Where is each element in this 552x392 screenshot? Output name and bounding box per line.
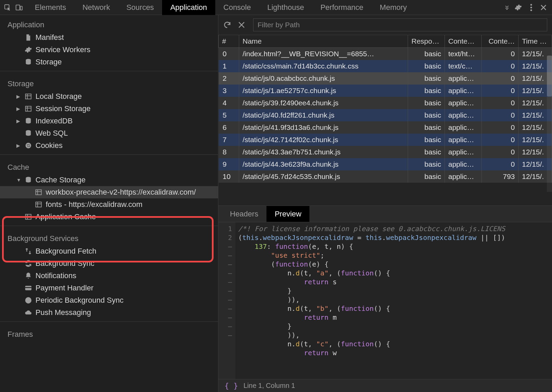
cell-resp: basic bbox=[408, 134, 445, 146]
cell-idx: 5 bbox=[219, 109, 239, 121]
devtools-tabstrip: ElementsNetworkSourcesApplicationConsole… bbox=[0, 0, 552, 15]
sidebar-item-periodic-background-sync[interactable]: Periodic Background Sync bbox=[0, 294, 218, 306]
sidebar-item-label: Manifest bbox=[35, 33, 64, 42]
table-row[interactable]: 9/static/js/44.3e623f9a.chunk.jsbasicapp… bbox=[219, 158, 552, 170]
sidebar-item-label: Background Fetch bbox=[35, 247, 97, 256]
code-body[interactable]: /*! For license information please see 0… bbox=[235, 222, 552, 379]
clear-icon[interactable] bbox=[238, 21, 247, 28]
table-row[interactable]: 0/index.html?__WB_REVISION__=6855…basict… bbox=[219, 48, 552, 60]
db-icon bbox=[25, 130, 32, 137]
sidebar-item-payment-handler[interactable]: Payment Handler bbox=[0, 282, 218, 294]
code-preview: 12––––––––––– /*! For license informatio… bbox=[218, 222, 552, 379]
cell-resp: basic bbox=[408, 146, 445, 158]
svg-rect-21 bbox=[36, 190, 42, 195]
cell-clen: 0 bbox=[482, 121, 519, 134]
table-row[interactable]: 6/static/js/41.9f3d13a6.chunk.jsbasicapp… bbox=[219, 121, 552, 134]
sidebar-item-label: Push Messaging bbox=[35, 308, 91, 317]
devtools-tab-sources[interactable]: Sources bbox=[118, 0, 162, 15]
cell-clen: 0 bbox=[482, 97, 519, 109]
device-toggle-icon[interactable] bbox=[15, 3, 23, 12]
svg-point-5 bbox=[531, 9, 532, 11]
devtools-tab-network[interactable]: Network bbox=[74, 0, 118, 15]
db-icon bbox=[25, 176, 32, 184]
cell-name: /static/js/43.3ae7b751.chunk.js bbox=[239, 146, 408, 158]
cell-clen: 0 bbox=[482, 109, 519, 121]
sidebar-item-label: Payment Handler bbox=[35, 284, 93, 292]
svg-point-4 bbox=[531, 6, 532, 8]
close-devtools-icon[interactable] bbox=[540, 4, 547, 11]
cell-idx: 3 bbox=[219, 85, 239, 97]
column-header[interactable]: # bbox=[219, 35, 239, 48]
svg-rect-24 bbox=[36, 202, 42, 207]
cell-name: /static/js/40.fd2ff261.chunk.js bbox=[239, 109, 408, 121]
svg-point-19 bbox=[29, 146, 30, 147]
sidebar-item-workbox-precache-v2-https-excalidraw-com[interactable]: workbox-precache-v2-https://excalidraw.c… bbox=[0, 186, 218, 198]
cell-ctype: applic… bbox=[445, 85, 482, 97]
table-row[interactable]: 5/static/js/40.fd2ff261.chunk.jsbasicapp… bbox=[219, 109, 552, 121]
cell-idx: 0 bbox=[219, 48, 239, 60]
sidebar-item-background-fetch[interactable]: Background Fetch bbox=[0, 245, 218, 257]
cell-ctype: applic… bbox=[445, 121, 482, 134]
devtools-tab-lighthouse[interactable]: Lighthouse bbox=[259, 0, 312, 15]
cloud-icon bbox=[25, 309, 32, 316]
table-row[interactable]: 7/static/js/42.7142f02c.chunk.jsbasicapp… bbox=[219, 134, 552, 146]
devtools-tab-performance[interactable]: Performance bbox=[312, 0, 372, 15]
kebab-menu-icon[interactable] bbox=[530, 4, 532, 11]
sidebar-item-indexeddb[interactable]: ▶IndexedDB bbox=[0, 115, 218, 127]
cell-idx: 4 bbox=[219, 97, 239, 109]
detail-tab-headers[interactable]: Headers bbox=[222, 206, 266, 222]
more-tabs-icon[interactable] bbox=[503, 3, 511, 12]
filter-input[interactable] bbox=[253, 18, 547, 31]
svg-rect-31 bbox=[25, 287, 31, 288]
sidebar-item-cookies[interactable]: ▶Cookies bbox=[0, 139, 218, 152]
cell-name: /static/css/main.7d14b3cc.chunk.css bbox=[239, 60, 408, 72]
svg-point-16 bbox=[27, 145, 28, 146]
column-header[interactable]: Conte… bbox=[482, 35, 519, 48]
settings-icon[interactable] bbox=[514, 4, 522, 11]
table-row[interactable]: 4/static/js/39.f2490ee4.chunk.jsbasicapp… bbox=[219, 97, 552, 109]
cell-ctype: applic… bbox=[445, 170, 482, 183]
column-header[interactable]: Name bbox=[239, 35, 408, 48]
table-row[interactable]: 1/static/css/main.7d14b3cc.chunk.cssbasi… bbox=[219, 60, 552, 72]
table-row[interactable]: 2/static/js/0.acabcbcc.chunk.jsbasicappl… bbox=[219, 72, 552, 85]
inspect-icon[interactable] bbox=[3, 3, 12, 12]
db-icon bbox=[25, 117, 32, 125]
sidebar-item-background-sync[interactable]: Background Sync bbox=[0, 257, 218, 270]
sidebar-item-storage[interactable]: Storage bbox=[0, 56, 218, 68]
grid-icon bbox=[25, 213, 32, 221]
sidebar-item-service-workers[interactable]: Service Workers bbox=[0, 44, 218, 56]
table-row[interactable]: 10/static/js/45.7d24c535.chunk.jsbasicap… bbox=[219, 170, 552, 183]
chevron-down-icon: ▼ bbox=[16, 177, 21, 183]
chevron-right-icon: ▶ bbox=[16, 143, 21, 148]
detail-tab-preview[interactable]: Preview bbox=[266, 206, 309, 222]
sidebar-item-label: Service Workers bbox=[35, 45, 90, 54]
devtools-tab-elements[interactable]: Elements bbox=[27, 0, 74, 15]
sidebar-item-web-sql[interactable]: Web SQL bbox=[0, 127, 218, 139]
sidebar-item-notifications[interactable]: Notifications bbox=[0, 270, 218, 282]
sidebar-item-session-storage[interactable]: ▶Session Storage bbox=[0, 103, 218, 115]
sidebar-item-cache-storage[interactable]: ▼Cache Storage bbox=[0, 174, 218, 186]
refresh-icon[interactable] bbox=[223, 21, 232, 29]
pretty-print-icon[interactable]: { } bbox=[224, 381, 238, 390]
column-header[interactable]: Respo… bbox=[408, 35, 445, 48]
table-scrollbar[interactable] bbox=[547, 56, 552, 192]
sidebar-item-fonts-https-excalidraw-com[interactable]: fonts - https://excalidraw.com bbox=[0, 198, 218, 211]
table-row[interactable]: 3/static/js/1.ae52757c.chunk.jsbasicappl… bbox=[219, 85, 552, 97]
grid-icon bbox=[35, 189, 42, 196]
sidebar-item-application-cache[interactable]: Application Cache bbox=[0, 211, 218, 223]
sidebar-item-label: Application Cache bbox=[35, 212, 96, 221]
grid-icon bbox=[25, 93, 32, 100]
cell-resp: basic bbox=[408, 158, 445, 170]
devtools-tab-application[interactable]: Application bbox=[162, 0, 215, 15]
clock-icon bbox=[25, 297, 32, 304]
sidebar-item-local-storage[interactable]: ▶Local Storage bbox=[0, 90, 218, 103]
devtools-tab-memory[interactable]: Memory bbox=[372, 0, 415, 15]
devtools-tab-console[interactable]: Console bbox=[215, 0, 259, 15]
cell-clen: 0 bbox=[482, 146, 519, 158]
column-header[interactable]: Conte… bbox=[445, 35, 482, 48]
section-title-storage: Storage bbox=[0, 74, 218, 90]
sidebar-item-manifest[interactable]: Manifest bbox=[0, 31, 218, 44]
table-row[interactable]: 8/static/js/43.3ae7b751.chunk.jsbasicapp… bbox=[219, 146, 552, 158]
sidebar-item-push-messaging[interactable]: Push Messaging bbox=[0, 306, 218, 319]
column-header[interactable]: Time … bbox=[519, 35, 552, 48]
